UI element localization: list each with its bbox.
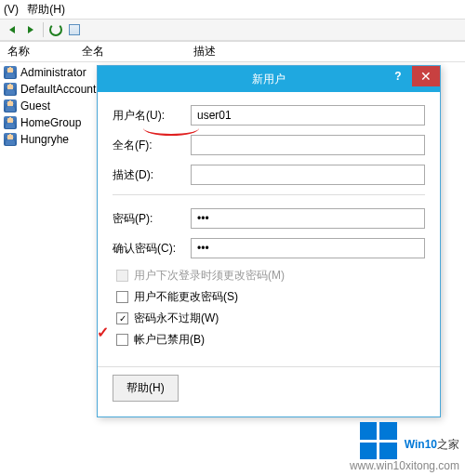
- username-label: 用户名(U):: [113, 108, 191, 124]
- user-icon: [4, 99, 17, 112]
- username-field[interactable]: [191, 105, 425, 126]
- cannot-change-checkbox[interactable]: [116, 291, 128, 303]
- account-disabled-label: 帐户已禁用(B): [134, 332, 205, 348]
- must-change-label: 用户下次登录时须更改密码(M): [134, 268, 285, 284]
- refresh-icon[interactable]: [47, 21, 64, 38]
- divider: [113, 194, 425, 195]
- must-change-checkbox: [116, 270, 128, 282]
- watermark-url: www.win10xitong.com: [350, 459, 459, 472]
- never-expire-row[interactable]: 密码永不过期(W): [116, 311, 425, 326]
- dialog-buttons: ? ✕: [384, 66, 440, 86]
- dialog-body: 用户名(U): 全名(F): 描述(D): 密码(P): 确认密码(C): 用户…: [98, 92, 440, 366]
- never-expire-checkbox[interactable]: [116, 312, 128, 324]
- details-icon[interactable]: [66, 21, 83, 38]
- watermark-brand: Win10之家: [405, 428, 459, 454]
- menu-help[interactable]: 帮助(H): [27, 3, 65, 16]
- user-icon: [4, 66, 17, 79]
- cannot-change-row[interactable]: 用户不能更改密码(S): [116, 289, 425, 305]
- user-icon: [4, 83, 17, 96]
- back-icon[interactable]: [4, 21, 20, 38]
- must-change-row: 用户下次登录时须更改密码(M): [116, 268, 425, 284]
- user-name: HomeGroup: [20, 116, 81, 129]
- separator: [43, 22, 44, 37]
- user-name: Guest: [20, 99, 50, 112]
- desc-field[interactable]: [191, 165, 425, 185]
- desc-label: 描述(D):: [113, 167, 191, 183]
- help-button[interactable]: 帮助(H): [113, 375, 179, 402]
- dialog-help-button[interactable]: ?: [384, 66, 412, 86]
- menubar: (V) 帮助(H): [0, 0, 465, 19]
- dialog-title: 新用户: [252, 72, 286, 87]
- disabled-row[interactable]: 帐户已禁用(B): [116, 332, 425, 348]
- confirm-password-field[interactable]: [191, 238, 425, 258]
- user-icon: [4, 133, 17, 146]
- dialog-titlebar[interactable]: 新用户 ? ✕: [98, 66, 440, 92]
- user-name: Hungryhe: [20, 133, 69, 146]
- dialog-footer: 帮助(H): [98, 367, 440, 416]
- fullname-label: 全名(F):: [113, 138, 191, 153]
- user-name: Administrator: [20, 66, 86, 79]
- column-headers: 名称 全名 描述: [0, 42, 465, 62]
- never-expire-label: 密码永不过期(W): [134, 311, 219, 326]
- account-disabled-checkbox[interactable]: [116, 334, 128, 346]
- fullname-field[interactable]: [191, 135, 425, 155]
- password-field[interactable]: [191, 208, 425, 229]
- windows-logo-icon: [360, 422, 397, 459]
- cannot-change-label: 用户不能更改密码(S): [134, 289, 238, 305]
- col-desc[interactable]: 描述: [186, 41, 223, 62]
- col-fullname[interactable]: 全名: [74, 41, 186, 62]
- confirm-label: 确认密码(C):: [113, 241, 191, 257]
- col-name[interactable]: 名称: [0, 41, 74, 62]
- menu-view[interactable]: (V): [4, 3, 19, 16]
- close-icon[interactable]: ✕: [412, 66, 440, 86]
- user-icon: [4, 116, 17, 129]
- new-user-dialog: 新用户 ? ✕ 用户名(U): 全名(F): 描述(D): 密码(P): 确认密…: [97, 65, 441, 417]
- forward-icon[interactable]: [22, 21, 39, 38]
- user-name: DefaultAccount: [20, 83, 96, 96]
- password-label: 密码(P):: [113, 211, 191, 227]
- watermark: Win10之家 www.win10xitong.com: [350, 422, 459, 472]
- toolbar: [0, 19, 465, 41]
